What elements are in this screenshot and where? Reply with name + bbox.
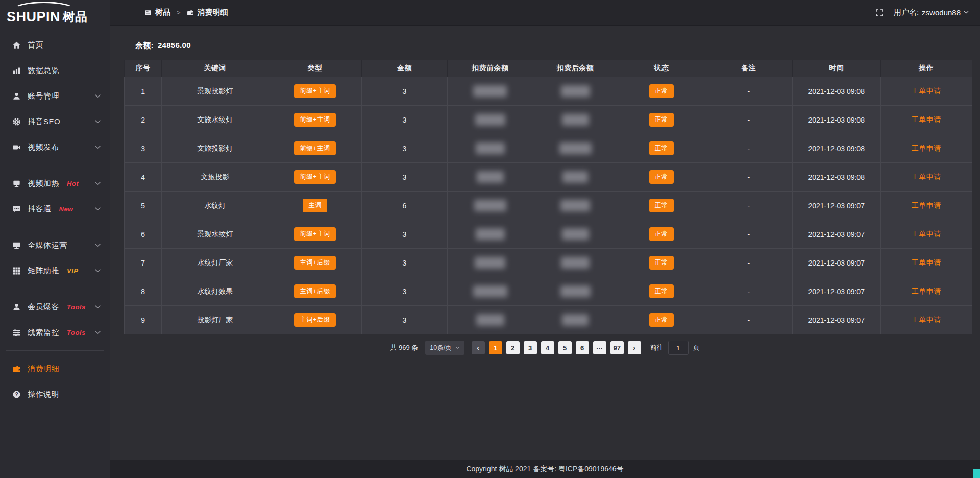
table-row: 1景观投影灯前缀+主词3正常-2021-12-03 09:08工单申请 (125, 77, 972, 106)
work-order-link[interactable]: 工单申请 (912, 115, 941, 124)
time-cell: 2021-12-03 09:07 (792, 220, 880, 249)
consume-table-wrap: 序号关键词类型金额扣费前余额扣费后余额状态备注时间操作 1景观投影灯前缀+主词3… (124, 60, 972, 334)
logo[interactable]: SHUPIN 树品 (0, 0, 110, 28)
keyword-cell: 投影灯厂家 (162, 306, 268, 334)
page-button-5[interactable]: 5 (558, 341, 572, 354)
page-button-6[interactable]: 6 (576, 341, 589, 354)
work-order-link[interactable]: 工单申请 (912, 258, 941, 267)
breadcrumb-item-shupin[interactable]: 树品 (144, 8, 170, 17)
sidebar-item-consume-detail[interactable]: 消费明细 (0, 356, 110, 381)
redacted-value (561, 85, 590, 97)
sidebar-item-douketong[interactable]: 抖客通New (0, 196, 110, 222)
monitor-icon (12, 241, 21, 250)
type-cell: 主词+后缀 (268, 249, 362, 277)
table-row: 6景观水纹灯前缀+主词3正常-2021-12-03 09:07工单申请 (125, 220, 972, 249)
keyword-cell: 水纹灯厂家 (162, 249, 268, 277)
next-page-button[interactable]: › (628, 341, 641, 354)
amount-cell: 3 (362, 306, 448, 334)
chevron-down-icon (95, 331, 101, 334)
status-badge: 正常 (649, 84, 674, 98)
redacted-value (476, 228, 505, 240)
index-cell: 1 (125, 77, 162, 106)
remark-cell: - (705, 77, 792, 106)
redacted-value (473, 285, 507, 297)
sidebar-item-label: 全媒体运营 (28, 241, 67, 250)
sidebar-item-video-heat[interactable]: 视频加热Hot (0, 171, 110, 196)
username-label: 用户名: (894, 8, 919, 17)
column-header-status: 状态 (618, 60, 705, 77)
remark-cell: - (705, 106, 792, 134)
sidebar-item-clue-monitor[interactable]: 线索监控Tools (0, 320, 110, 345)
user-menu[interactable]: 用户名: zswodun88 (894, 8, 969, 17)
balance-after-cell (533, 163, 618, 192)
sidebar-item-video-publish[interactable]: 视频发布 (0, 134, 110, 160)
sidebar-item-matrix-boost[interactable]: 矩阵助推VIP (0, 258, 110, 283)
page-ellipsis-button[interactable]: ··· (593, 341, 606, 354)
home-icon (12, 41, 21, 50)
sidebar-item-instructions[interactable]: ?操作说明 (0, 381, 110, 407)
dashboard-icon (144, 9, 152, 16)
action-cell: 工单申请 (880, 106, 972, 134)
page-size-select[interactable]: 10条/页 (425, 341, 464, 355)
fullscreen-icon[interactable] (875, 9, 884, 17)
work-order-link[interactable]: 工单申请 (912, 287, 941, 295)
remark-cell: - (705, 192, 792, 220)
action-cell: 工单申请 (880, 220, 972, 249)
chevron-down-icon (455, 346, 460, 349)
page-button-1[interactable]: 1 (489, 341, 502, 354)
time-cell: 2021-12-03 09:07 (792, 277, 880, 306)
page-button-4[interactable]: 4 (541, 341, 554, 354)
status-cell: 正常 (618, 163, 705, 192)
type-badge: 主词+后缀 (294, 284, 336, 298)
time-cell: 2021-12-03 09:07 (792, 306, 880, 334)
column-header-amount: 金额 (362, 60, 448, 77)
goto-page-input[interactable] (668, 341, 689, 355)
redacted-value (475, 257, 505, 269)
breadcrumb-item-consume-detail[interactable]: 消费明细 (187, 8, 228, 17)
page-button-97[interactable]: 97 (610, 341, 624, 354)
status-badge: 正常 (649, 284, 674, 298)
sidebar-item-data-overview[interactable]: 数据总览 (0, 58, 110, 83)
work-order-link[interactable]: 工单申请 (912, 201, 941, 209)
work-order-link[interactable]: 工单申请 (912, 87, 941, 95)
type-badge: 前缀+主词 (294, 84, 336, 98)
work-order-link[interactable]: 工单申请 (912, 173, 941, 181)
status-cell: 正常 (618, 192, 705, 220)
index-cell: 9 (125, 306, 162, 334)
footer: Copyright 树品 2021 备案号: 粤ICP备09019646号 (110, 460, 980, 478)
time-cell: 2021-12-03 09:07 (792, 192, 880, 220)
sidebar-item-all-media[interactable]: 全媒体运营 (0, 232, 110, 258)
page-button-2[interactable]: 2 (506, 341, 520, 354)
gear-icon (12, 117, 21, 126)
index-cell: 8 (125, 277, 162, 306)
sidebar-item-label: 账号管理 (28, 91, 59, 101)
index-cell: 7 (125, 249, 162, 277)
status-cell: 正常 (618, 106, 705, 134)
work-order-link[interactable]: 工单申请 (912, 144, 941, 152)
menu-divider (6, 165, 104, 165)
page-button-3[interactable]: 3 (524, 341, 537, 354)
work-order-link[interactable]: 工单申请 (912, 316, 941, 324)
type-badge: 前缀+主词 (294, 141, 336, 155)
redacted-value (560, 285, 591, 297)
breadcrumb-separator: > (177, 9, 181, 16)
prev-page-button[interactable]: ‹ (472, 341, 485, 354)
user-icon (12, 303, 21, 312)
index-cell: 2 (125, 106, 162, 134)
balance-before-cell (447, 306, 533, 334)
sidebar-item-home[interactable]: 首页 (0, 32, 110, 58)
index-cell: 6 (125, 220, 162, 249)
status-cell: 正常 (618, 306, 705, 334)
amount-cell: 6 (362, 192, 448, 220)
sidebar-item-badge: Hot (67, 180, 79, 187)
action-cell: 工单申请 (880, 249, 972, 277)
sidebar-item-label: 抖客通 (28, 204, 52, 214)
sidebar-item-label: 首页 (28, 40, 43, 50)
sidebar-item-member-booster[interactable]: 会员爆客Tools (0, 294, 110, 320)
sidebar-item-account-manage[interactable]: 账号管理 (0, 83, 110, 109)
work-order-link[interactable]: 工单申请 (912, 230, 941, 238)
keyword-cell: 景观投影灯 (162, 77, 268, 106)
sidebar-item-douyin-seo[interactable]: 抖音SEO (0, 109, 110, 134)
balance: 余额:24856.00 (135, 41, 966, 52)
balance-before-cell (447, 277, 533, 306)
